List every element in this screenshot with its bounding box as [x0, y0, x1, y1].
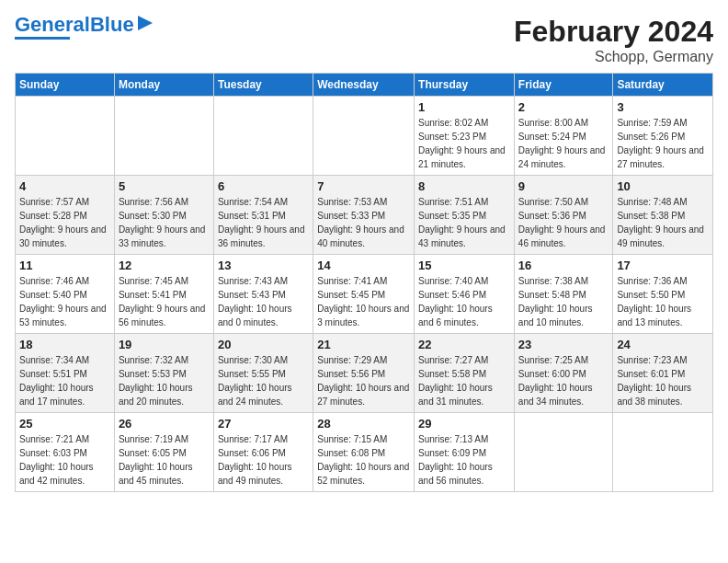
day-info: Sunrise: 8:00 AM Sunset: 5:24 PM Dayligh… — [518, 116, 609, 171]
cal-cell: 16Sunrise: 7:38 AM Sunset: 5:48 PM Dayli… — [514, 255, 613, 334]
logo: GeneralBlue — [15, 15, 154, 40]
day-info: Sunrise: 7:40 AM Sunset: 5:46 PM Dayligh… — [418, 274, 510, 329]
day-info: Sunrise: 7:29 AM Sunset: 5:56 PM Dayligh… — [317, 353, 410, 408]
day-number: 15 — [418, 259, 510, 272]
cal-cell: 17Sunrise: 7:36 AM Sunset: 5:50 PM Dayli… — [613, 255, 713, 334]
day-info: Sunrise: 7:36 AM Sunset: 5:50 PM Dayligh… — [617, 274, 709, 329]
cal-cell: 10Sunrise: 7:48 AM Sunset: 5:38 PM Dayli… — [613, 176, 713, 255]
day-number: 7 — [317, 179, 410, 193]
day-info: Sunrise: 7:48 AM Sunset: 5:38 PM Dayligh… — [617, 195, 709, 250]
header-row: SundayMondayTuesdayWednesdayThursdayFrid… — [16, 74, 713, 97]
day-info: Sunrise: 7:53 AM Sunset: 5:33 PM Dayligh… — [317, 195, 410, 250]
week-row-3: 11Sunrise: 7:46 AM Sunset: 5:40 PM Dayli… — [16, 255, 713, 334]
cal-cell: 12Sunrise: 7:45 AM Sunset: 5:41 PM Dayli… — [114, 255, 213, 334]
header: GeneralBlue February 2024 Schopp, German… — [15, 15, 713, 65]
day-number: 29 — [418, 417, 510, 431]
cal-cell: 19Sunrise: 7:32 AM Sunset: 5:53 PM Dayli… — [114, 334, 213, 413]
day-number: 10 — [617, 179, 709, 193]
cal-cell: 14Sunrise: 7:41 AM Sunset: 5:45 PM Dayli… — [313, 255, 415, 334]
day-number: 17 — [617, 259, 709, 272]
cal-cell — [613, 413, 713, 492]
day-info: Sunrise: 7:15 AM Sunset: 6:08 PM Dayligh… — [317, 432, 410, 488]
cal-cell: 2Sunrise: 8:00 AM Sunset: 5:24 PM Daylig… — [514, 97, 613, 176]
day-number: 1 — [418, 100, 510, 114]
calendar-title: February 2024 — [514, 15, 713, 49]
day-info: Sunrise: 7:51 AM Sunset: 5:35 PM Dayligh… — [418, 195, 510, 250]
day-number: 5 — [119, 179, 210, 193]
svg-marker-0 — [138, 16, 153, 30]
logo-underline — [15, 37, 70, 40]
cal-cell: 3Sunrise: 7:59 AM Sunset: 5:26 PM Daylig… — [613, 97, 713, 176]
day-number: 25 — [19, 417, 110, 431]
week-row-5: 25Sunrise: 7:21 AM Sunset: 6:03 PM Dayli… — [16, 413, 713, 492]
calendar-table: SundayMondayTuesdayWednesdayThursdayFrid… — [15, 73, 713, 492]
week-row-1: 1Sunrise: 8:02 AM Sunset: 5:23 PM Daylig… — [16, 97, 713, 176]
cal-cell: 9Sunrise: 7:50 AM Sunset: 5:36 PM Daylig… — [514, 176, 613, 255]
day-info: Sunrise: 7:27 AM Sunset: 5:58 PM Dayligh… — [418, 353, 510, 408]
day-number: 3 — [617, 100, 709, 114]
cal-cell — [213, 97, 313, 176]
day-number: 18 — [19, 338, 110, 351]
cal-cell — [16, 97, 115, 176]
day-info: Sunrise: 7:38 AM Sunset: 5:48 PM Dayligh… — [518, 274, 609, 329]
day-number: 11 — [19, 259, 110, 272]
cal-cell: 24Sunrise: 7:23 AM Sunset: 6:01 PM Dayli… — [613, 334, 713, 413]
logo-general: General — [15, 13, 90, 36]
header-day-wednesday: Wednesday — [313, 74, 415, 97]
day-info: Sunrise: 7:21 AM Sunset: 6:03 PM Dayligh… — [19, 432, 110, 488]
day-number: 20 — [218, 338, 309, 351]
cal-cell — [313, 97, 415, 176]
cal-cell: 29Sunrise: 7:13 AM Sunset: 6:09 PM Dayli… — [415, 413, 515, 492]
day-info: Sunrise: 7:43 AM Sunset: 5:43 PM Dayligh… — [218, 274, 309, 329]
cal-cell: 8Sunrise: 7:51 AM Sunset: 5:35 PM Daylig… — [415, 176, 515, 255]
day-info: Sunrise: 7:34 AM Sunset: 5:51 PM Dayligh… — [19, 353, 110, 408]
day-number: 16 — [518, 259, 609, 272]
cal-cell — [514, 413, 613, 492]
day-info: Sunrise: 7:17 AM Sunset: 6:06 PM Dayligh… — [218, 432, 309, 488]
day-number: 27 — [218, 417, 309, 431]
day-number: 6 — [218, 179, 309, 193]
cal-cell: 11Sunrise: 7:46 AM Sunset: 5:40 PM Dayli… — [16, 255, 115, 334]
day-number: 8 — [418, 179, 510, 193]
day-number: 12 — [119, 259, 210, 272]
day-number: 26 — [119, 417, 210, 431]
calendar-header: SundayMondayTuesdayWednesdayThursdayFrid… — [16, 74, 713, 97]
day-info: Sunrise: 7:32 AM Sunset: 5:53 PM Dayligh… — [119, 353, 210, 408]
header-day-thursday: Thursday — [415, 74, 515, 97]
week-row-4: 18Sunrise: 7:34 AM Sunset: 5:51 PM Dayli… — [16, 334, 713, 413]
logo-text: GeneralBlue — [15, 15, 134, 35]
day-info: Sunrise: 7:46 AM Sunset: 5:40 PM Dayligh… — [19, 274, 110, 329]
day-number: 2 — [518, 100, 609, 114]
cal-cell: 28Sunrise: 7:15 AM Sunset: 6:08 PM Dayli… — [313, 413, 415, 492]
cal-cell: 5Sunrise: 7:56 AM Sunset: 5:30 PM Daylig… — [114, 176, 213, 255]
logo-blue: Blue — [90, 13, 134, 36]
header-day-monday: Monday — [114, 74, 213, 97]
cal-cell: 18Sunrise: 7:34 AM Sunset: 5:51 PM Dayli… — [16, 334, 115, 413]
day-info: Sunrise: 7:30 AM Sunset: 5:55 PM Dayligh… — [218, 353, 309, 408]
day-info: Sunrise: 7:59 AM Sunset: 5:26 PM Dayligh… — [617, 116, 709, 171]
day-info: Sunrise: 7:19 AM Sunset: 6:05 PM Dayligh… — [119, 432, 210, 488]
header-day-sunday: Sunday — [16, 74, 115, 97]
cal-cell: 26Sunrise: 7:19 AM Sunset: 6:05 PM Dayli… — [114, 413, 213, 492]
day-info: Sunrise: 7:57 AM Sunset: 5:28 PM Dayligh… — [19, 195, 110, 250]
cal-cell — [114, 97, 213, 176]
day-number: 28 — [317, 417, 410, 431]
cal-cell: 27Sunrise: 7:17 AM Sunset: 6:06 PM Dayli… — [213, 413, 313, 492]
day-info: Sunrise: 8:02 AM Sunset: 5:23 PM Dayligh… — [418, 116, 510, 171]
day-info: Sunrise: 7:13 AM Sunset: 6:09 PM Dayligh… — [418, 432, 510, 488]
day-number: 23 — [518, 338, 609, 351]
day-number: 22 — [418, 338, 510, 351]
cal-cell: 22Sunrise: 7:27 AM Sunset: 5:58 PM Dayli… — [415, 334, 515, 413]
cal-cell: 25Sunrise: 7:21 AM Sunset: 6:03 PM Dayli… — [16, 413, 115, 492]
cal-cell: 6Sunrise: 7:54 AM Sunset: 5:31 PM Daylig… — [213, 176, 313, 255]
day-info: Sunrise: 7:23 AM Sunset: 6:01 PM Dayligh… — [617, 353, 709, 408]
day-number: 14 — [317, 259, 410, 272]
cal-cell: 20Sunrise: 7:30 AM Sunset: 5:55 PM Dayli… — [213, 334, 313, 413]
day-info: Sunrise: 7:45 AM Sunset: 5:41 PM Dayligh… — [119, 274, 210, 329]
day-info: Sunrise: 7:25 AM Sunset: 6:00 PM Dayligh… — [518, 353, 609, 408]
calendar-subtitle: Schopp, Germany — [514, 49, 713, 65]
header-day-tuesday: Tuesday — [213, 74, 313, 97]
cal-cell: 15Sunrise: 7:40 AM Sunset: 5:46 PM Dayli… — [415, 255, 515, 334]
day-info: Sunrise: 7:41 AM Sunset: 5:45 PM Dayligh… — [317, 274, 410, 329]
cal-cell: 21Sunrise: 7:29 AM Sunset: 5:56 PM Dayli… — [313, 334, 415, 413]
